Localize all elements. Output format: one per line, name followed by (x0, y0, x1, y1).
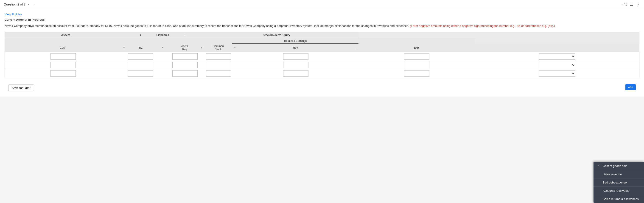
cash-cell (5, 69, 121, 78)
minus-label: - (354, 44, 358, 52)
problem-text-main: Novak Company buys merchandise on accoun… (4, 24, 409, 28)
exp-cell-input[interactable] (404, 53, 430, 60)
cash-cell-input[interactable] (50, 62, 76, 68)
top-bar-left: Question 2 of 7 ‹ › (4, 2, 35, 7)
accts-pay-header: Accts. Pay. (171, 44, 199, 52)
cash-cell-input[interactable] (50, 53, 76, 60)
question-label: Question 2 of 7 (4, 2, 26, 6)
header-row-2: Retained Earnings (5, 38, 639, 44)
table-body: Cost of goods soldSales revenueBad debt … (5, 52, 639, 78)
cash-cell-input[interactable] (50, 70, 76, 77)
plus-div-3 (232, 60, 238, 69)
top-bar-right: - / 1 ☰ ⋮ (622, 2, 640, 7)
accts-pay-cell-input[interactable] (172, 53, 198, 60)
save-later-button[interactable]: Save for Later (8, 84, 34, 91)
equals-div (154, 69, 171, 78)
cash-cell (5, 60, 121, 69)
inv-cell (126, 69, 154, 78)
accts-pay-cell (171, 60, 199, 69)
prev-button[interactable]: ‹ (27, 2, 30, 7)
common-stock-cell-input[interactable] (206, 70, 231, 77)
rev-cell (238, 69, 354, 78)
equals-2: = (154, 44, 171, 52)
equals-1: = (126, 32, 154, 38)
inv-cell-input[interactable] (128, 62, 153, 68)
inv-cell-input[interactable] (128, 53, 153, 60)
rev-cell (238, 52, 354, 61)
table-row: Cost of goods soldSales revenueBad debt … (5, 69, 639, 78)
problem-text: Novak Company buys merchandise on accoun… (4, 24, 640, 28)
select-header-empty (354, 32, 358, 38)
liabilities-header: Liabilities (154, 32, 171, 38)
select-cell: Cost of goods soldSales revenueBad debt … (475, 52, 639, 61)
header-row-1: Assets = Liabilities + Stockholders' Equ… (5, 32, 639, 38)
exp-cell (358, 60, 475, 69)
common-stock-cell-input[interactable] (206, 53, 231, 60)
common-stock-cell-input[interactable] (206, 62, 231, 68)
plus-div-3 (232, 69, 238, 78)
exp-cell (358, 52, 475, 61)
page-counter: - / 1 (622, 3, 627, 6)
header-row-3: Cash + Inv. = Accts. Pay. + Common Stock… (5, 44, 639, 52)
select-cell: Cost of goods soldSales revenueBad debt … (475, 60, 639, 69)
plus-div-2 (199, 60, 204, 69)
table-row: Cost of goods soldSales revenueBad debt … (5, 60, 639, 69)
common-stock-cell (204, 69, 232, 78)
accts-pay-cell (171, 52, 199, 61)
accounting-table: Assets = Liabilities + Stockholders' Equ… (5, 32, 639, 78)
empty-plus (171, 38, 199, 44)
exp-cell-input[interactable] (404, 62, 430, 68)
select-cell-select[interactable]: Cost of goods soldSales revenueBad debt … (539, 70, 576, 77)
exp-cell-input[interactable] (404, 70, 430, 77)
rev-cell-input[interactable] (283, 62, 308, 68)
assets-header: Assets (5, 32, 126, 38)
plus-1: + (171, 32, 199, 38)
cash-cell (5, 52, 121, 61)
exp-cell (358, 69, 475, 78)
next-button[interactable]: › (32, 2, 35, 7)
equals-div (154, 52, 171, 61)
rev-cell-input[interactable] (283, 70, 308, 77)
cash-header: Cash (5, 44, 121, 52)
table-row: Cost of goods soldSales revenueBad debt … (5, 52, 639, 61)
select-cell-select[interactable]: Cost of goods soldSales revenueBad debt … (539, 62, 576, 68)
inv-cell (126, 60, 154, 69)
minus-div (354, 60, 358, 69)
plus-div (121, 60, 126, 69)
dots-icon[interactable]: ⋮ (636, 2, 640, 7)
common-stock-cell (204, 52, 232, 61)
common-stock-cell (204, 60, 232, 69)
stockholders-equity-header: Stockholders' Equity (199, 32, 354, 38)
inv-cell-input[interactable] (128, 70, 153, 77)
accts-pay-cell-input[interactable] (172, 70, 198, 77)
attempt-button[interactable]: Atte (626, 84, 636, 90)
rev-cell (238, 60, 354, 69)
empty-plus-2 (204, 38, 232, 44)
plus-4: + (232, 44, 238, 52)
list-icon[interactable]: ☰ (630, 2, 634, 7)
plus-div (121, 52, 126, 61)
empty-equals (126, 38, 154, 44)
minus-div (354, 69, 358, 78)
plus-div-3 (232, 52, 238, 61)
equals-div (154, 60, 171, 69)
current-attempt-label: Current Attempt in Progress (4, 18, 640, 21)
plus-div-2 (199, 52, 204, 61)
bottom-bar: Save for Later Atte (4, 82, 640, 93)
inv-header: Inv. (126, 44, 154, 52)
select-cell: Cost of goods soldSales revenueBad debt … (475, 69, 639, 78)
rev-cell-input[interactable] (283, 53, 308, 60)
plus-div-2 (199, 69, 204, 78)
rev-header: Rev. (238, 44, 354, 52)
empty-assets (5, 38, 126, 44)
select-cell-select[interactable]: Cost of goods soldSales revenueBad debt … (539, 53, 576, 60)
top-bar: Question 2 of 7 ‹ › - / 1 ☰ ⋮ (0, 0, 644, 9)
view-policies-link[interactable]: View Policies (4, 13, 22, 16)
exp-header: Exp. (358, 44, 475, 52)
select-col-header (475, 44, 639, 52)
accts-pay-cell (171, 69, 199, 78)
common-stock-header: Common Stock (204, 44, 232, 52)
minus-div (354, 52, 358, 61)
retained-earnings-header: Retained Earnings (232, 38, 358, 44)
accts-pay-cell-input[interactable] (172, 62, 198, 68)
